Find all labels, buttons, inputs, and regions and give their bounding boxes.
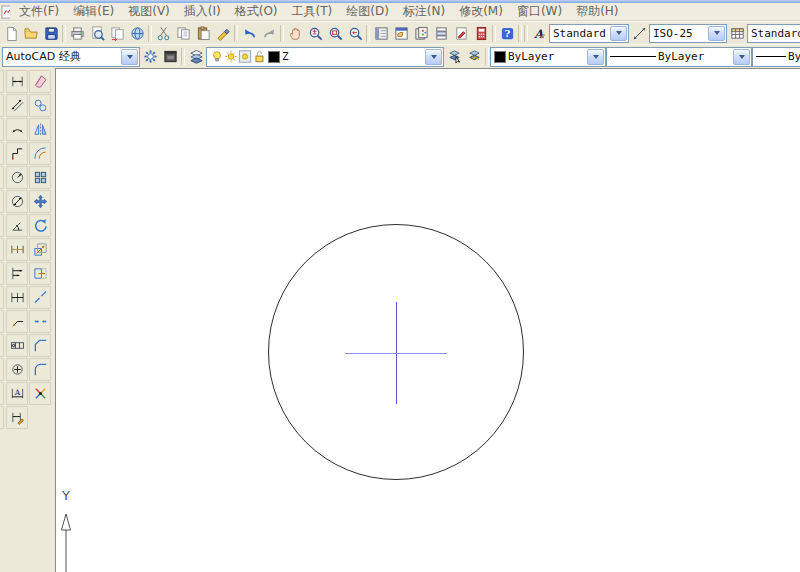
- tolerance-button[interactable]: [6, 334, 28, 357]
- revision-cloud-button[interactable]: [0, 238, 4, 261]
- match-properties-button[interactable]: [213, 23, 233, 43]
- my-workspace-button[interactable]: [160, 47, 180, 67]
- publish-button[interactable]: [107, 23, 127, 43]
- continue-dimension-button[interactable]: [6, 286, 28, 309]
- menu-item-6[interactable]: 绘图(D): [339, 2, 396, 21]
- construction-line-button[interactable]: [0, 94, 4, 117]
- scale-button[interactable]: [29, 238, 51, 261]
- table-style-combo[interactable]: Standard: [747, 24, 800, 43]
- chamfer-button[interactable]: [29, 334, 51, 357]
- undo-button[interactable]: [239, 23, 259, 43]
- help-button[interactable]: ?: [497, 23, 517, 43]
- offset-button[interactable]: [29, 142, 51, 165]
- new-button[interactable]: [1, 23, 21, 43]
- lineweight-combo[interactable]: ByLayer: [752, 47, 800, 67]
- copy-clip-button[interactable]: [173, 23, 193, 43]
- angular-dimension-button[interactable]: [6, 214, 28, 237]
- array-button[interactable]: [29, 166, 51, 189]
- dim-style-combo[interactable]: ISO-25: [649, 24, 727, 43]
- bulb-icon[interactable]: [210, 49, 224, 64]
- zoom-previous-button[interactable]: [345, 23, 365, 43]
- baseline-dimension-button[interactable]: [6, 262, 28, 285]
- text-style-button[interactable]: A: [529, 23, 549, 43]
- quick-dimension-button[interactable]: [6, 238, 28, 261]
- mirror-button[interactable]: [29, 118, 51, 141]
- quick-leader-button[interactable]: [6, 310, 28, 333]
- sun-icon[interactable]: [224, 49, 238, 64]
- hatch-button[interactable]: [0, 406, 4, 429]
- layer-properties-button[interactable]: [186, 47, 206, 67]
- tool-palettes-button[interactable]: [411, 23, 431, 43]
- properties-button[interactable]: [371, 23, 391, 43]
- layer-combo[interactable]: Z: [206, 47, 444, 67]
- menu-item-10[interactable]: 帮助(H): [569, 2, 625, 21]
- workspace-settings-button[interactable]: [140, 47, 160, 67]
- menu-item-4[interactable]: 格式(O): [228, 2, 285, 21]
- dimension-update-button[interactable]: [6, 406, 28, 429]
- pan-button[interactable]: [285, 23, 305, 43]
- copy-object-button[interactable]: [29, 94, 51, 117]
- ordinate-dimension-button[interactable]: [6, 142, 28, 165]
- ellipse-arc-button[interactable]: [0, 310, 4, 333]
- zoom-window-button[interactable]: [325, 23, 345, 43]
- dimension-text-edit-button[interactable]: A: [6, 382, 28, 405]
- cut-button[interactable]: [153, 23, 173, 43]
- break-button[interactable]: [29, 286, 51, 309]
- menu-item-5[interactable]: 工具(T): [285, 2, 340, 21]
- fillet-button[interactable]: [29, 358, 51, 381]
- drawing-canvas[interactable]: Y: [55, 68, 800, 572]
- radius-dimension-button[interactable]: [6, 166, 28, 189]
- insert-block-button[interactable]: [0, 334, 4, 357]
- menu-item-3[interactable]: 插入(I): [177, 2, 228, 21]
- quickcalc-button[interactable]: [471, 23, 491, 43]
- spline-button[interactable]: [0, 262, 4, 285]
- center-mark-button[interactable]: [6, 358, 28, 381]
- circle-button[interactable]: [0, 214, 4, 237]
- sun-vp-icon[interactable]: [238, 49, 252, 64]
- linear-dimension-button[interactable]: [6, 70, 28, 93]
- rotate-button[interactable]: [29, 214, 51, 237]
- plot-preview-button[interactable]: [87, 23, 107, 43]
- workspace-dropdown[interactable]: [121, 49, 138, 65]
- ellipse-button[interactable]: [0, 286, 4, 309]
- polyline-button[interactable]: [0, 118, 4, 141]
- join-button[interactable]: [29, 310, 51, 333]
- color-dropdown[interactable]: [587, 49, 604, 65]
- rectangle-button[interactable]: [0, 166, 4, 189]
- make-block-button[interactable]: [0, 358, 4, 381]
- menu-item-0[interactable]: 文件(F): [12, 2, 66, 21]
- layer-dropdown[interactable]: [425, 49, 442, 65]
- menu-item-9[interactable]: 窗口(W): [510, 2, 569, 21]
- menu-item-7[interactable]: 标注(N): [396, 2, 452, 21]
- menu-item-8[interactable]: 修改(M): [452, 2, 510, 21]
- linetype-combo[interactable]: ByLayer: [606, 47, 752, 67]
- polygon-button[interactable]: [0, 142, 4, 165]
- zoom-realtime-button[interactable]: [305, 23, 325, 43]
- 3d-dwf-button[interactable]: [127, 23, 147, 43]
- text-style-dropdown[interactable]: [610, 26, 627, 41]
- table-style-button[interactable]: [727, 23, 747, 43]
- save-button[interactable]: [41, 23, 61, 43]
- dim-style-button[interactable]: [629, 23, 649, 43]
- menu-item-1[interactable]: 编辑(E): [66, 2, 121, 21]
- move-button[interactable]: [29, 190, 51, 213]
- layer-previous-button[interactable]: [464, 47, 484, 67]
- point-button[interactable]: [0, 382, 4, 405]
- lock-open-icon[interactable]: [252, 49, 266, 64]
- markup-manager-button[interactable]: [451, 23, 471, 43]
- sheetset-manager-button[interactable]: [431, 23, 451, 43]
- explode-button[interactable]: [29, 382, 51, 405]
- line-button[interactable]: [0, 70, 4, 93]
- workspace-combo[interactable]: AutoCAD 经典: [2, 47, 140, 67]
- text-style-combo[interactable]: Standard: [549, 24, 629, 43]
- arc-button[interactable]: [0, 190, 4, 213]
- menu-item-2[interactable]: 视图(V): [121, 2, 177, 21]
- make-object-layer-current-button[interactable]: [444, 47, 464, 67]
- diameter-dimension-button[interactable]: [6, 190, 28, 213]
- arc-length-dimension-button[interactable]: [6, 118, 28, 141]
- color-combo[interactable]: ByLayer: [490, 47, 606, 67]
- linetype-dropdown[interactable]: [733, 49, 750, 65]
- open-button[interactable]: [21, 23, 41, 43]
- redo-button[interactable]: [259, 23, 279, 43]
- plot-button[interactable]: [67, 23, 87, 43]
